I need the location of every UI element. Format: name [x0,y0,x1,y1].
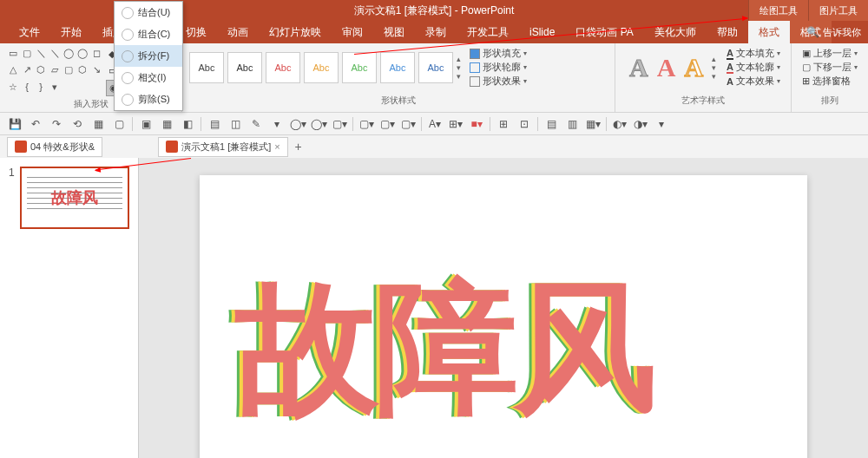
picture-tools-tab[interactable]: 图片工具 [808,0,868,21]
shape-outline-button[interactable]: 形状轮廓▾ [470,61,527,74]
qat-btn[interactable]: ▥ [564,116,580,132]
drawing-tools-tab[interactable]: 绘图工具 [748,0,808,21]
group-arrange: 排列 [799,93,861,108]
qat-btn[interactable]: ▢▾ [379,116,395,132]
shape-style-gallery[interactable]: Abc Abc Abc Abc Abc Abc Abc ▴▾▾ [189,52,461,83]
document-tab-1[interactable]: 04 特效&形状& [7,137,102,157]
qat-redo-icon[interactable]: ↷ [49,116,64,132]
menu-review[interactable]: 审阅 [332,21,373,43]
qat-btn[interactable]: ▢▾ [400,116,416,132]
qat-btn[interactable]: ▾ [269,116,285,132]
qat-btn[interactable]: ▢▾ [332,116,347,132]
qat-btn[interactable]: ⊞▾ [448,116,464,132]
qat-btn[interactable]: ◐▾ [612,116,628,132]
merge-combine[interactable]: 组合(C) [115,23,182,45]
selection-pane-button[interactable]: ⊞选择窗格 [802,75,858,88]
search-icon: 🔍 [806,26,819,38]
add-tab-button[interactable]: + [290,138,307,155]
slide-thumbnail-panel: 1 故障风 [0,158,139,458]
slide-canvas-area[interactable]: 故障风 故障风 故障风 [139,158,868,458]
tell-me-search[interactable]: 🔍 告诉我你 [806,26,861,39]
document-tab-2[interactable]: 演示文稿1 [兼容模式] × [158,137,288,157]
qat-btn[interactable]: ◯▾ [311,116,326,132]
qat-btn[interactable]: ◑▾ [633,116,648,132]
wordart-gallery[interactable]: A A A ▴▾▾ [622,53,723,82]
group-shape-styles: 形状样式 [189,93,608,108]
slide-thumbnail-1[interactable]: 故障风 [20,167,129,229]
powerpoint-icon [166,141,178,153]
powerpoint-icon [15,141,27,153]
menu-record[interactable]: 录制 [415,21,457,43]
qat-save-icon[interactable]: 💾 [7,116,23,132]
qat-btn[interactable]: ▤ [207,116,222,132]
shape-effects-button[interactable]: 形状效果▾ [470,75,527,88]
window-title: 演示文稿1 [兼容模式] - PowerPoint [354,3,515,18]
close-icon[interactable]: × [274,141,279,152]
merge-intersect[interactable]: 相交(I) [115,67,182,88]
group-wordart-styles: 艺术字样式 [622,93,784,108]
menu-help[interactable]: 帮助 [707,21,748,43]
merge-shapes-dropdown: 结合(U) 组合(C) 拆分(F) 相交(I) 剪除(S) [114,1,183,111]
qat-btn[interactable]: ▣ [138,116,154,132]
menu-slideshow[interactable]: 幻灯片放映 [259,21,332,43]
shapes-gallery[interactable]: ▭▢＼＼◯◯ ◻△↗⬡▱▢ ⬡↘☆{}▾ [7,47,102,96]
qat-btn[interactable]: ▢▾ [358,116,374,132]
qat-btn[interactable]: ⊡ [516,116,532,132]
menu-home[interactable]: 开始 [50,21,92,43]
merge-union[interactable]: 结合(U) [115,2,182,23]
text-outline-button[interactable]: A文本轮廓▾ [727,61,780,74]
qat-btn[interactable]: ◧ [180,116,195,132]
qat-btn[interactable]: ✎ [248,116,264,132]
menu-format-draw[interactable]: 格式 [748,21,790,43]
menu-file[interactable]: 文件 [9,21,50,43]
qat-btn[interactable]: ◫ [227,116,243,132]
qat-btn[interactable]: ⊞ [496,116,511,132]
qat-btn[interactable]: A▾ [427,116,443,132]
menu-islide[interactable]: iSlide [519,21,565,43]
qat-btn[interactable]: ▦ [159,116,174,132]
text-effects-button[interactable]: A文本效果▾ [727,75,780,88]
send-backward-button[interactable]: ▢下移一层▾ [802,61,858,74]
merge-fragment[interactable]: 拆分(F) [115,45,182,67]
qat-btn[interactable]: ▦▾ [585,116,601,132]
qat-btn[interactable]: ▤ [543,116,559,132]
slide-number: 1 [9,167,15,229]
menu-pocket[interactable]: 口袋动画 PA [565,21,643,43]
bring-forward-button[interactable]: ▣上移一层▾ [802,47,858,60]
menu-animation[interactable]: 动画 [217,21,259,43]
merge-subtract[interactable]: 剪除(S) [115,88,182,110]
qat-undo-icon[interactable]: ↶ [28,116,43,132]
qat-btn[interactable]: ▾ [654,116,669,132]
qat-btn[interactable]: ⟲ [69,116,85,132]
qat-btn[interactable]: ■▾ [469,116,484,132]
search-placeholder: 告诉我你 [823,26,861,39]
quick-access-toolbar: 💾 ↶ ↷ ⟲ ▦ ▢ ▣ ▦ ◧ ▤ ◫ ✎ ▾ ◯▾ ◯▾ ▢▾ ▢▾ ▢▾… [0,113,868,135]
menu-view[interactable]: 视图 [373,21,415,43]
slide-canvas[interactable]: 故障风 故障风 故障风 [200,175,807,458]
text-fill-button[interactable]: A文本填充▾ [727,47,780,60]
qat-btn[interactable]: ◯▾ [290,116,306,132]
qat-btn[interactable]: ▢ [111,116,127,132]
qat-btn[interactable]: ▦ [90,116,106,132]
shape-fill-button[interactable]: 形状填充▾ [470,47,527,60]
